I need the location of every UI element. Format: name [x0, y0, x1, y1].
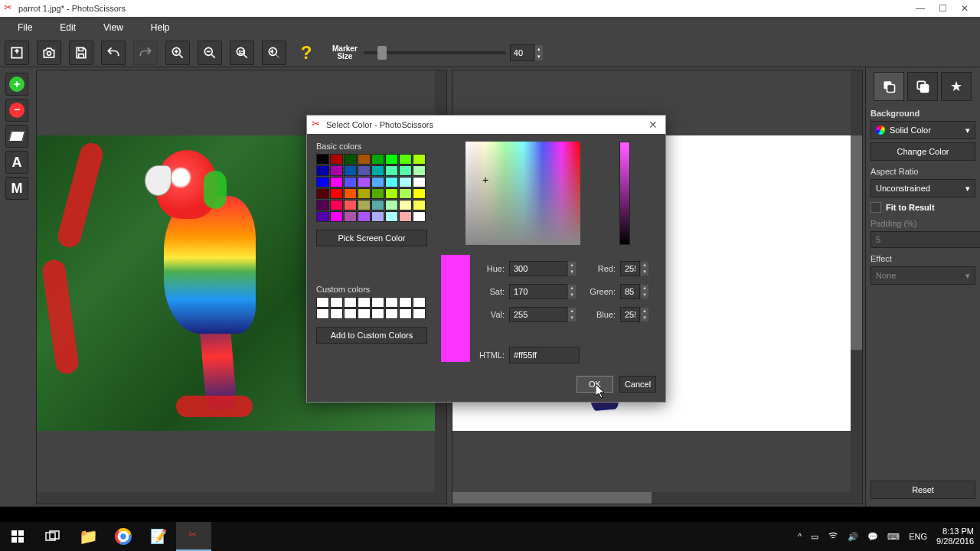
file-explorer-taskbar[interactable]: 📁: [70, 522, 106, 551]
basic-swatch[interactable]: [344, 177, 357, 187]
tray-volume-icon[interactable]: 🔊: [848, 532, 858, 542]
basic-swatch[interactable]: [371, 211, 384, 222]
red-input[interactable]: [620, 261, 640, 276]
basic-swatch[interactable]: [399, 154, 412, 165]
tray-wifi-icon[interactable]: [828, 530, 838, 543]
redo-button[interactable]: [133, 41, 158, 65]
custom-swatch[interactable]: [344, 308, 357, 319]
basic-swatch[interactable]: [413, 188, 426, 199]
basic-swatch[interactable]: [399, 211, 412, 222]
custom-swatch[interactable]: [316, 308, 329, 319]
basic-swatch[interactable]: [330, 177, 343, 187]
custom-swatch[interactable]: [330, 297, 343, 308]
basic-swatch[interactable]: [316, 200, 329, 210]
basic-swatch[interactable]: [413, 211, 426, 222]
basic-swatch[interactable]: [371, 177, 384, 187]
green-spinner[interactable]: ▲▼: [641, 285, 648, 298]
background-marker-tool[interactable]: −: [5, 99, 28, 122]
tab-foreground[interactable]: [907, 72, 938, 101]
pick-screen-color-button[interactable]: Pick Screen Color: [316, 230, 427, 246]
basic-swatch[interactable]: [413, 177, 426, 187]
basic-swatch[interactable]: [413, 200, 426, 210]
basic-swatch[interactable]: [371, 188, 384, 199]
custom-swatch[interactable]: [385, 308, 398, 319]
padding-input[interactable]: [871, 231, 980, 248]
custom-swatch[interactable]: [316, 297, 329, 308]
reset-button[interactable]: Reset: [871, 481, 975, 499]
scrollbar-vertical[interactable]: [851, 70, 862, 504]
close-button[interactable]: ✕: [961, 3, 969, 14]
basic-swatch[interactable]: [316, 188, 329, 199]
basic-swatch[interactable]: [358, 211, 371, 222]
change-color-button[interactable]: Change Color: [871, 142, 975, 161]
foreground-marker-tool[interactable]: +: [5, 73, 28, 96]
custom-swatch[interactable]: [344, 297, 357, 308]
tray-notification-icon[interactable]: 💬: [867, 532, 878, 542]
dialog-titlebar[interactable]: Select Color - PhotoScissors ✕: [307, 116, 665, 134]
background-mode-dropdown[interactable]: Solid Color▾: [871, 121, 975, 139]
basic-swatch[interactable]: [385, 177, 398, 187]
basic-swatch[interactable]: [358, 188, 371, 199]
basic-swatch[interactable]: [385, 154, 398, 165]
hue-spinner[interactable]: ▲▼: [568, 262, 576, 276]
eraser-tool[interactable]: [5, 125, 28, 148]
val-input[interactable]: [509, 307, 567, 322]
help-button[interactable]: ?: [294, 41, 318, 65]
chrome-taskbar[interactable]: [106, 522, 141, 551]
tab-background[interactable]: [874, 72, 904, 101]
dialog-close-button[interactable]: ✕: [645, 119, 661, 131]
basic-swatch[interactable]: [385, 200, 398, 210]
undo-button[interactable]: [101, 41, 126, 65]
maximize-button[interactable]: ☐: [939, 3, 947, 14]
basic-swatch[interactable]: [371, 200, 384, 210]
hue-slider[interactable]: [619, 142, 630, 245]
auto-tool[interactable]: A: [5, 151, 28, 174]
fit-to-result-checkbox[interactable]: [871, 202, 881, 213]
basic-swatch[interactable]: [316, 211, 329, 222]
zoom-out-button[interactable]: [198, 41, 222, 65]
marker-size-spinner[interactable]: ▲▼: [535, 45, 543, 60]
basic-swatch[interactable]: [330, 165, 343, 176]
custom-swatch[interactable]: [371, 297, 384, 308]
manual-tool[interactable]: M: [5, 177, 28, 200]
tray-chevron-icon[interactable]: ^: [798, 532, 802, 541]
basic-swatch[interactable]: [413, 165, 426, 176]
basic-swatch[interactable]: [385, 188, 398, 199]
basic-swatch[interactable]: [330, 200, 343, 210]
basic-swatch[interactable]: [399, 177, 412, 187]
basic-swatch[interactable]: [344, 165, 357, 176]
basic-swatch[interactable]: [344, 200, 357, 210]
custom-swatch[interactable]: [413, 308, 426, 319]
basic-swatch[interactable]: [399, 188, 412, 199]
html-input[interactable]: [509, 347, 580, 364]
basic-swatch[interactable]: [399, 165, 412, 176]
basic-swatch[interactable]: [413, 154, 426, 165]
zoom-in-button[interactable]: [165, 41, 190, 65]
custom-swatch[interactable]: [385, 297, 398, 308]
menu-file[interactable]: File: [4, 18, 46, 37]
blue-input[interactable]: [620, 307, 640, 322]
green-input[interactable]: [620, 284, 640, 299]
zoom-fit-button[interactable]: [262, 41, 286, 65]
menu-edit[interactable]: Edit: [46, 18, 90, 37]
effect-dropdown[interactable]: None▾: [871, 266, 975, 285]
menu-view[interactable]: View: [90, 18, 137, 37]
basic-swatch[interactable]: [330, 211, 343, 222]
basic-swatch[interactable]: [358, 165, 371, 176]
val-spinner[interactable]: ▲▼: [568, 308, 576, 321]
saturation-value-picker[interactable]: +: [466, 142, 580, 245]
tray-clock[interactable]: 8:13 PM 9/28/2016: [936, 527, 974, 546]
sat-spinner[interactable]: ▲▼: [568, 285, 576, 298]
task-view-button[interactable]: [35, 522, 70, 551]
basic-swatch[interactable]: [385, 165, 398, 176]
scrollbar-horizontal[interactable]: [37, 492, 435, 504]
basic-swatch[interactable]: [358, 177, 371, 187]
custom-swatch[interactable]: [413, 297, 426, 308]
ok-button[interactable]: OK: [577, 376, 613, 393]
zoom-actual-button[interactable]: 1:1: [230, 41, 254, 65]
blue-spinner[interactable]: ▲▼: [641, 308, 648, 321]
cancel-button[interactable]: Cancel: [619, 376, 656, 393]
custom-swatch[interactable]: [358, 308, 371, 319]
custom-swatch[interactable]: [330, 308, 343, 319]
notepad-taskbar[interactable]: 📝: [141, 522, 176, 551]
